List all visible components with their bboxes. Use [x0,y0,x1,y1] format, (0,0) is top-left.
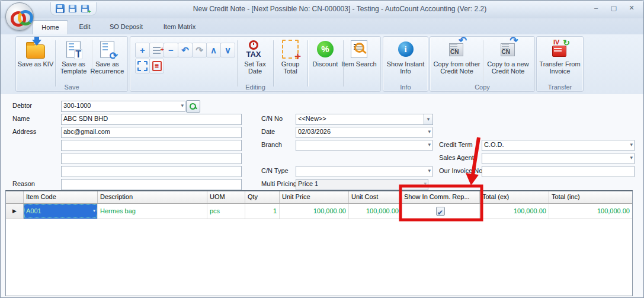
insert-row-button[interactable]: + [149,43,164,57]
range-select-icon [137,61,148,71]
close-button[interactable]: ✕ [626,4,637,12]
debtor-combobox[interactable]: 300-1000▾ [61,101,185,112]
tab-home[interactable]: Home [33,20,68,35]
ribbon-tab-row: Home Edit SO Deposit Item Matrix [1,18,643,34]
group-total-button[interactable]: + Group Total [274,39,306,82]
dropdown-icon[interactable]: ▾ [93,209,95,213]
set-tax-date-button[interactable]: TAX Set Tax Date [238,39,272,82]
cn-no-label: C/N No [261,115,283,122]
dropdown-icon[interactable]: ▾ [181,102,184,108]
reason-field[interactable] [61,179,242,190]
set-tax-date-icon: TAX [245,39,265,59]
delete-row-button[interactable]: − [164,43,178,57]
dropdown-icon[interactable]: ▾ [630,142,633,148]
show-in-comm-rep-checkbox[interactable]: ✔ [436,207,445,216]
save-as-kiv-button[interactable]: Save as KIV [17,39,54,82]
address-field-2[interactable] [61,140,242,151]
description-cell[interactable]: Hermes bag [98,204,207,219]
save-as-icon[interactable] [69,5,76,12]
sales-agent-field[interactable]: ▾ [482,153,635,164]
copy-to-new-cn-button[interactable]: CN↷ Copy to a new Credit Note [483,39,533,82]
total-ex-cell[interactable]: 100,000.00 [480,204,549,219]
uom-cell[interactable]: pcs [207,204,245,219]
save-as-template-button[interactable]: T Save as Template [56,39,91,82]
save-as-recurrence-icon: ⟳ [100,39,114,59]
maximize-button[interactable]: ▢ [608,4,620,12]
autocount-logo-icon [5,2,34,31]
branch-field[interactable]: ▾ [296,140,432,151]
ribbon-group-info: i Show Instant Info Info [383,36,428,92]
tab-edit[interactable]: Edit [69,20,100,34]
red-list-icon: ≣ [152,61,162,71]
tab-item-matrix[interactable]: Item Matrix [152,20,207,34]
column-header-total-inc[interactable]: Total (inc) [549,191,632,203]
column-header-total-ex[interactable]: Total (ex) [480,191,549,203]
debtor-search-button[interactable] [186,100,200,113]
redo-icon: ↷ [196,45,203,56]
table-row: ▶ A001▾ Hermes bag pcs 1 100,000.00 100,… [6,204,632,219]
move-up-button[interactable]: ∧ [206,43,221,57]
dropdown-icon[interactable]: ▾ [428,129,431,134]
move-down-button[interactable]: ∨ [220,43,235,57]
address-field-3[interactable] [61,153,242,164]
info-icon: i [398,39,414,59]
column-header-unit-price[interactable]: Unit Price [280,191,349,203]
add-row-button[interactable]: + [135,43,150,57]
cn-type-field[interactable]: ▾ [296,166,432,177]
save-as-template-icon: T [66,39,81,59]
unit-price-cell[interactable]: 100,000.00 [280,204,349,219]
credit-term-field[interactable]: C.O.D.▾ [482,140,635,151]
our-invoice-no-field[interactable] [482,166,635,177]
column-header-qty[interactable]: Qty [245,191,280,203]
undo-icon: ↶ [181,45,189,56]
show-instant-info-button[interactable]: i Show Instant Info [384,39,427,82]
range-select-button[interactable] [135,59,150,73]
app-window: + New Credit Note - [Next Possible No: C… [0,0,644,298]
name-field[interactable]: ABC SDN BHD [61,114,242,125]
transfer-invoice-icon: IV↻ [551,39,569,59]
address-field-4[interactable] [61,166,242,177]
date-field[interactable]: 02/03/2026▾ [296,127,432,138]
dropdown-icon[interactable]: ▾ [428,142,431,148]
column-header-uom[interactable]: UOM [207,191,245,203]
check-icon: ✔ [437,206,443,219]
tab-so-deposit[interactable]: SO Deposit [102,20,150,34]
transfer-from-invoice-button[interactable]: IV↻ Transfer From Invoice [538,39,582,82]
total-inc-cell[interactable]: 100,000.00 [549,204,632,219]
cn-no-field[interactable]: <<New>> [296,114,424,125]
quick-access-toolbar: + [50,2,97,15]
window-title: New Credit Note - [Next Possible No: CN-… [107,5,572,13]
item-code-cell[interactable]: A001▾ [24,204,98,219]
sales-agent-label: Sales Agent [439,154,474,161]
dropdown-icon[interactable]: ▾ [630,155,633,161]
column-header-item-code[interactable]: Item Code [24,191,98,203]
discount-button[interactable]: % Discount [309,39,342,82]
redo-button[interactable]: ↷ [192,43,207,57]
undo-button[interactable]: ↶ [178,43,193,57]
save-icon[interactable] [56,4,65,13]
save-as-kiv-icon [26,39,45,59]
save-and-new-icon[interactable]: + [81,5,89,12]
column-header-unit-cost[interactable]: Unit Cost [349,191,402,203]
cn-no-dropdown-button[interactable]: ▾ [424,114,433,125]
copy-from-other-cn-button[interactable]: CN↶ Copy from other Credit Note [431,39,482,82]
qty-cell[interactable]: 1 [245,204,280,219]
unit-cost-cell[interactable]: 100,000.00 [349,204,402,219]
column-header-show-in-comm-rep[interactable]: Show In Comm. Rep... [402,191,480,203]
minimize-button[interactable]: – [590,4,602,12]
address-field-1[interactable]: abc@gmail.com [61,127,242,138]
group-total-icon: + [282,39,299,59]
ribbon: Save as KIV T Save as Template ⟳ Save as… [1,34,643,95]
ribbon-group-copy: CN↶ Copy from other Credit Note CN↷ Copy… [430,36,535,92]
item-list-button[interactable]: ≣ [149,59,164,73]
show-in-comm-rep-cell: ✔ [402,204,480,219]
cn-type-label: C/N Type [261,167,289,174]
row-indicator[interactable]: ▶ [6,204,24,219]
column-header-description[interactable]: Description [98,191,207,203]
dropdown-icon: ▾ [424,181,427,187]
address-label: Address [12,128,36,135]
row-indicator-header [6,191,24,203]
dropdown-icon[interactable]: ▾ [428,168,431,174]
item-search-button[interactable]: Item Search [339,39,379,82]
save-as-recurrence-button[interactable]: ⟳ Save as Recurrence [87,39,127,82]
